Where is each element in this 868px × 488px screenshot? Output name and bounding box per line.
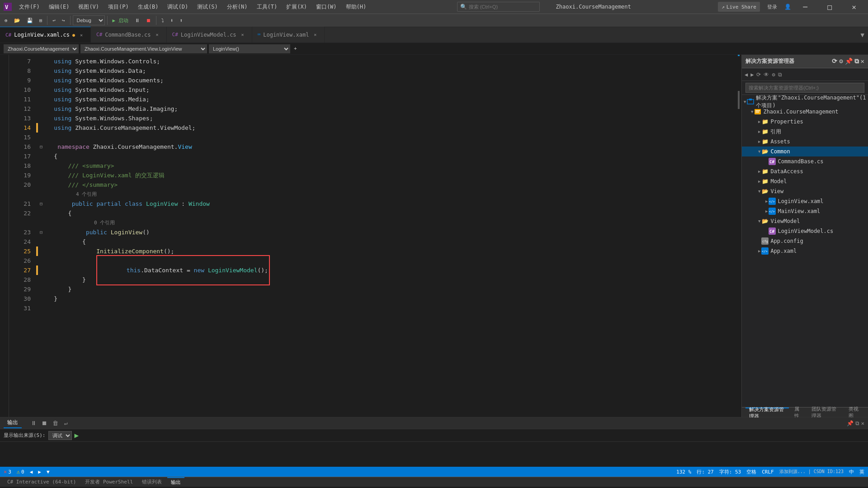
close-tab-loginviewmodel[interactable]: ✕ [239, 31, 246, 38]
step-out-button[interactable]: ⬆ [177, 17, 185, 24]
code-editor[interactable]: using System.Windows.Controls; using Sys… [36, 55, 741, 417]
save-button[interactable]: 💾 [24, 17, 36, 24]
se-properties-icon[interactable]: ⚙ [839, 57, 843, 65]
config-select[interactable]: Debug Release [73, 15, 105, 25]
project-dropdown[interactable]: Zhaoxi.CourseManagement [4, 44, 79, 53]
output-pin-icon[interactable]: 📌 [847, 420, 854, 426]
bottom-tab-csharp[interactable]: C# Interactive (64-bit) [4, 477, 80, 487]
step-into-button[interactable]: ⬇ [168, 17, 176, 24]
status-zoom[interactable]: 132 % [676, 469, 691, 475]
menu-window[interactable]: 窗口(W) [312, 2, 340, 12]
menu-test[interactable]: 测试(S) [193, 2, 222, 12]
output-float-icon[interactable]: ⧉ [855, 420, 859, 426]
menu-help[interactable]: 帮助(H) [342, 2, 370, 12]
se-properties-folder[interactable]: ▶ 📁 Properties [742, 117, 868, 127]
bottom-tab-powershell[interactable]: 开发者 PowerShell [81, 477, 137, 487]
maximize-button[interactable]: □ [819, 0, 840, 14]
se-close-icon[interactable]: ✕ [861, 57, 864, 65]
menu-file[interactable]: 文件(F) [15, 2, 43, 12]
menu-analyze[interactable]: 分析(N) [223, 2, 251, 12]
collapse-16[interactable]: ⊟ [40, 142, 42, 152]
menu-view[interactable]: 视图(V) [75, 2, 103, 12]
se-refresh-icon[interactable]: ⟳ [755, 71, 762, 79]
pause-button[interactable]: ⏸ [132, 17, 142, 24]
output-source-select[interactable]: 调试 [48, 431, 72, 440]
se-view-folder[interactable]: ▼ 📂 View [742, 186, 868, 196]
menu-tools[interactable]: 工具(T) [253, 2, 281, 12]
se-show-all-icon[interactable]: 👁 [763, 71, 770, 79]
se-forward-icon[interactable]: ▶ [750, 71, 755, 79]
se-tab-properties[interactable]: 属性 [791, 407, 806, 417]
close-button[interactable]: ✕ [844, 0, 864, 14]
open-button[interactable]: 📂 [11, 17, 23, 24]
add-path-button[interactable]: + [292, 46, 299, 52]
output-stop-icon[interactable]: ⏹ [40, 419, 49, 428]
se-tab-classview[interactable]: 类视图 [845, 407, 864, 417]
se-loginviewmodel-cs[interactable]: ▶ C# LoginViewModel.cs [742, 226, 868, 236]
close-tab-loginview-xaml[interactable]: ✕ [311, 31, 319, 38]
se-search-input[interactable] [745, 83, 864, 93]
se-tab-team[interactable]: 团队资源管理器 [808, 407, 843, 417]
se-appxaml-file[interactable]: ▶ </> App.xaml [742, 246, 868, 256]
tab-loginviewmodel-cs[interactable]: C# LoginViewModel.cs ✕ [167, 27, 252, 43]
tab-commandbase-cs[interactable]: C# CommandBase.cs ✕ [91, 27, 166, 43]
output-run-icon[interactable]: ▶ [75, 431, 79, 440]
bottom-tab-errorlist[interactable]: 错误列表 [138, 477, 165, 487]
se-mainview-xaml[interactable]: ▶ </> MainView.xaml [742, 206, 868, 216]
se-commandbase-file[interactable]: ▶ C# CommandBase.cs [742, 156, 868, 166]
se-common-folder[interactable]: ▼ 📂 Common [742, 147, 868, 156]
stop-button[interactable]: ⏹ [143, 17, 154, 24]
collapse-21[interactable]: ⊟ [40, 199, 42, 208]
output-close-icon[interactable]: ✕ [861, 420, 864, 426]
se-pin-icon[interactable]: 📌 [845, 57, 853, 65]
output-tab-active[interactable]: 输出 [4, 418, 22, 428]
se-sync-icon[interactable]: ⟳ [832, 57, 837, 65]
output-wrap-icon[interactable]: ↵ [61, 419, 71, 428]
run-button[interactable]: ▶ 启动 [110, 16, 131, 25]
se-model-folder[interactable]: ▶ 📁 Model [742, 176, 868, 186]
se-float-icon[interactable]: ⧉ [854, 57, 859, 65]
error-count[interactable]: ✕ 3 [4, 469, 11, 475]
output-pause-icon[interactable]: ⏸ [29, 419, 38, 428]
output-clear-icon[interactable]: 🗑 [51, 419, 60, 428]
se-references-folder[interactable]: ▶ 📁 引用 [742, 127, 868, 137]
global-search[interactable]: 🔍 [457, 2, 540, 12]
se-dataaccess-folder[interactable]: ▶ 📁 DataAccess [742, 166, 868, 176]
tab-loginview-xaml[interactable]: ⌨ LoginView.xaml ✕ [252, 27, 325, 43]
close-tab-commandbase[interactable]: ✕ [154, 31, 161, 38]
live-share-button[interactable]: ↗ Live Share [718, 2, 760, 12]
close-tab-loginview-cs[interactable]: ✕ [78, 31, 85, 38]
se-solution-node[interactable]: ▼ 解决方案"Zhaoxi.CourseManagement"(1 个项目) [742, 97, 868, 107]
undo-button[interactable]: ↩ [50, 17, 58, 24]
se-assets-folder[interactable]: ▶ 📁 Assets [742, 137, 868, 147]
se-filter-icon[interactable]: ⚙ [771, 71, 776, 79]
se-appconfig-file[interactable]: ▶ cfg App.config [742, 236, 868, 246]
bottom-tab-output[interactable]: 输出 [167, 477, 184, 487]
new-project-button[interactable]: ⊕ [2, 17, 10, 24]
status-encoding[interactable]: CRLF [762, 469, 774, 475]
menu-edit[interactable]: 编辑(E) [45, 2, 73, 12]
search-input[interactable] [469, 4, 537, 9]
menu-build[interactable]: 生成(B) [134, 2, 162, 12]
tab-loginview-cs[interactable]: C# LoginView.xaml.cs ● ✕ [0, 27, 91, 43]
se-tab-solution[interactable]: 解决方案资源管理器 [745, 407, 789, 417]
nav-forward-button[interactable]: ▶ [38, 469, 41, 475]
se-viewmodel-folder[interactable]: ▼ 📂 ViewModel [742, 216, 868, 226]
minimize-button[interactable]: ─ [795, 0, 816, 14]
nav-back-button[interactable]: ◀ [30, 469, 33, 475]
se-loginview-xaml[interactable]: ▶ </> LoginView.xaml [742, 196, 868, 206]
warning-count[interactable]: ⚠ 0 [17, 469, 24, 475]
redo-button[interactable]: ↪ [59, 17, 68, 24]
se-preview-icon[interactable]: ⧉ [777, 71, 783, 79]
class-dropdown[interactable]: Zhaoxi.CourseManagement.View.LoginView [80, 44, 207, 53]
menu-project[interactable]: 项目(P) [104, 2, 132, 12]
nav-dropdown[interactable]: ▼ [47, 469, 50, 475]
menu-debug[interactable]: 调试(D) [164, 2, 192, 12]
login-button[interactable]: 登录 [764, 4, 781, 10]
tab-scroll-button[interactable]: ▼ [857, 27, 868, 43]
save-all-button[interactable]: ⊞ [37, 17, 45, 24]
se-back-icon[interactable]: ◀ [744, 71, 749, 79]
member-dropdown[interactable]: LoginView() [209, 44, 290, 53]
menu-extensions[interactable]: 扩展(X) [283, 2, 311, 12]
collapse-23[interactable]: ⊟ [40, 227, 42, 237]
